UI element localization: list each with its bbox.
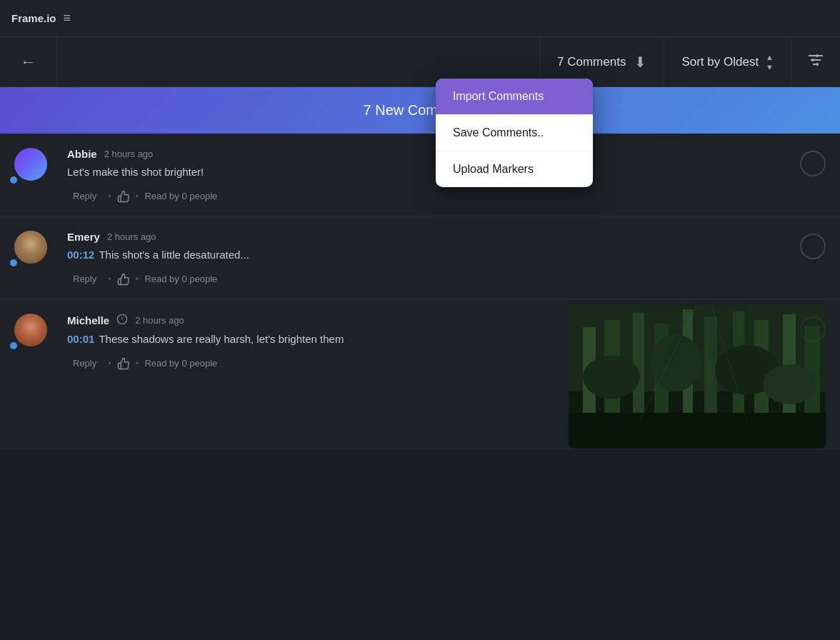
comment-time: 2 hours ago — [135, 315, 184, 326]
import-comments-option[interactable]: Import Comments — [436, 79, 593, 115]
comment-timestamp[interactable]: 00:12 — [67, 249, 94, 261]
comment-item: Abbie 2 hours ago Let's make this shot b… — [0, 134, 840, 216]
dropdown-menu: Import Comments Save Comments.. Upload M… — [436, 79, 593, 187]
app-logo: Frame.io — [11, 12, 56, 24]
reply-button[interactable]: Reply — [67, 271, 102, 287]
comment-text: 00:12This shot's a little desaturated... — [67, 247, 800, 262]
unread-dot — [10, 176, 17, 184]
unread-dot — [10, 259, 17, 266]
like-button[interactable] — [117, 273, 130, 286]
svg-point-3 — [816, 54, 819, 57]
svg-rect-13 — [633, 313, 644, 413]
avatar-face — [14, 231, 47, 264]
download-icon[interactable]: ⬇ — [634, 54, 646, 71]
comment-author: Abbie — [67, 148, 97, 160]
comment-author: Emery — [67, 231, 100, 243]
read-count: Read by 0 people — [144, 191, 217, 201]
comment-time: 2 hours ago — [107, 231, 156, 242]
svg-point-25 — [763, 364, 817, 404]
comment-check-button[interactable] — [800, 234, 826, 259]
toolbar: ← 7 Comments ⬇ Sort by Oldest ▲ ▼ — [0, 37, 840, 87]
sort-button[interactable]: Sort by Oldest ▲ ▼ — [664, 37, 791, 86]
comment-check-button[interactable] — [800, 151, 826, 176]
comment-content: Emery 2 hours ago 00:12This shot's a lit… — [67, 231, 800, 287]
svg-point-5 — [816, 63, 819, 66]
svg-point-22 — [583, 356, 640, 399]
comment-header: Emery 2 hours ago — [67, 231, 800, 243]
svg-rect-21 — [569, 413, 826, 449]
reply-button[interactable]: Reply — [67, 188, 102, 204]
avatar — [14, 148, 47, 181]
filter-icon — [807, 53, 824, 71]
svg-point-4 — [811, 59, 814, 61]
edit-icon[interactable] — [116, 314, 128, 327]
comment-time: 2 hours ago — [104, 149, 154, 159]
avatar — [14, 314, 47, 346]
sort-arrows-icon: ▲ ▼ — [766, 53, 774, 71]
new-comments-banner[interactable]: 7 New Comments — [0, 87, 840, 134]
comment-actions: Reply • • Read by 0 people — [67, 188, 800, 204]
comments-count-label: 7 Comments — [557, 55, 626, 69]
comment-text: Let's make this shot brighter! — [67, 164, 800, 179]
comment-item: Emery 2 hours ago 00:12This shot's a lit… — [0, 216, 840, 299]
comment-header: Abbie 2 hours ago — [67, 148, 800, 160]
comment-item: Michelle 2 hours ago 00:01These shadows … — [0, 299, 840, 449]
back-icon: ← — [21, 53, 36, 71]
reply-button[interactable]: Reply — [67, 355, 102, 371]
read-count: Read by 0 people — [144, 274, 217, 284]
comment-author: Michelle — [67, 314, 109, 326]
comment-body: These shadows are really harsh, let's br… — [99, 333, 344, 345]
like-button[interactable] — [117, 190, 130, 203]
comments-list: Abbie 2 hours ago Let's make this shot b… — [0, 134, 840, 449]
comment-timestamp[interactable]: 00:01 — [67, 333, 94, 345]
dot-separator: • — [108, 191, 111, 201]
back-button[interactable]: ← — [0, 37, 57, 86]
filter-button[interactable] — [791, 37, 840, 86]
avatar-face — [14, 314, 47, 346]
dot-separator: • — [136, 191, 139, 201]
comment-check-button[interactable] — [800, 316, 826, 342]
upload-markers-option[interactable]: Upload Markers — [436, 151, 593, 187]
comment-body: This shot's a little desaturated... — [99, 249, 249, 261]
top-bar: Frame.io ≡ — [0, 0, 840, 37]
save-comments-option[interactable]: Save Comments.. — [436, 115, 593, 151]
like-button[interactable] — [117, 357, 130, 370]
read-count: Read by 0 people — [144, 358, 217, 369]
comment-content: Abbie 2 hours ago Let's make this shot b… — [67, 148, 800, 204]
dot-separator: • — [108, 274, 111, 284]
avatar — [14, 231, 47, 264]
dot-separator: • — [136, 274, 139, 284]
sort-label: Sort by Oldest — [681, 55, 759, 69]
menu-icon[interactable]: ≡ — [64, 11, 71, 26]
comment-actions: Reply • • Read by 0 people — [67, 271, 800, 287]
dot-separator: • — [108, 358, 111, 369]
video-preview — [569, 306, 826, 449]
video-thumbnail[interactable] — [569, 306, 826, 449]
unread-dot — [10, 342, 17, 349]
dot-separator: • — [136, 358, 139, 369]
svg-rect-16 — [704, 316, 717, 416]
